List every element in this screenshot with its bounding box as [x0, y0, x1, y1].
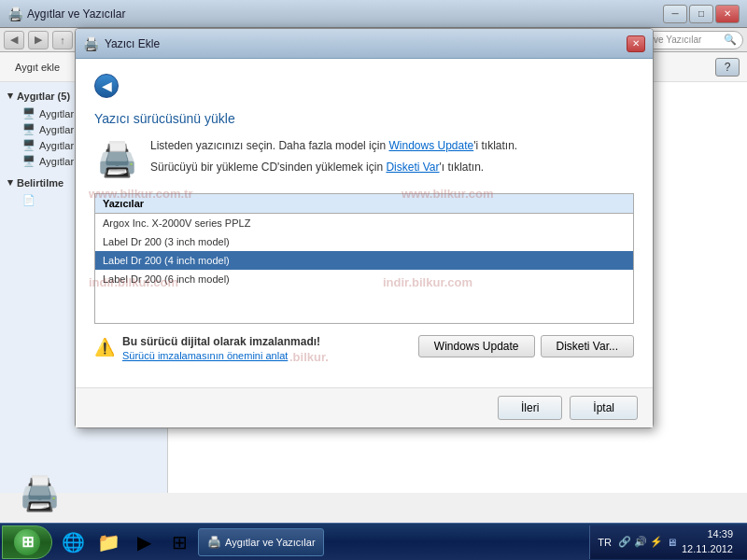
- language-indicator[interactable]: TR: [594, 537, 615, 548]
- window-controls: ─ □ ✕: [663, 5, 740, 23]
- search-icon[interactable]: 🔍: [724, 34, 737, 46]
- switch-icon: ⊞: [172, 531, 188, 553]
- start-button[interactable]: ⊞: [2, 525, 52, 559]
- disketi-var-link[interactable]: Disketi Var: [386, 161, 439, 174]
- printer-list-container: Yazıcılar Argox Inc. X-2000V series PPLZ…: [94, 193, 634, 324]
- maximize-button[interactable]: □: [689, 5, 713, 23]
- taskbar-active-window[interactable]: 🖨️ Aygıtlar ve Yazıcılar: [198, 528, 324, 556]
- vm-tray-icon[interactable]: 🖥: [666, 536, 679, 549]
- taskbar: ⊞ 🌐 📁 ▶ ⊞ 🖨️ Aygıtlar ve Yazıcılar: [0, 523, 747, 560]
- windows-logo: ⊞: [21, 533, 34, 551]
- window-title: Aygıtlar ve Yazıcılar: [27, 7, 125, 21]
- printer-large-icon: 🖨️: [94, 137, 139, 182]
- system-tray: TR 🔗 🔊 ⚡ 🖥 14:39 12.11.2012: [589, 525, 747, 559]
- warning-title: Bu sürücü dijital olarak imzalanmadı!: [122, 335, 407, 348]
- ileri-button[interactable]: İleri: [498, 396, 562, 420]
- minimize-button[interactable]: ─: [663, 5, 687, 23]
- taskbar-ie-icon[interactable]: 🌐: [56, 525, 90, 559]
- printer-list-item-3[interactable]: Label Dr 200 (4 inch model): [95, 251, 633, 270]
- taskbar-switch-icon[interactable]: ⊞: [162, 525, 196, 559]
- back-button[interactable]: ◀: [4, 31, 24, 49]
- printer-list-column: Yazıcılar: [103, 198, 144, 209]
- dialog-title-text: Yazıcı Ekle: [105, 37, 621, 50]
- printer-list-body[interactable]: Argox Inc. X-2000V series PPLZ Label Dr …: [95, 214, 633, 318]
- chevron-down-icon: ▾: [7, 90, 13, 102]
- main-titlebar: 🖨️ Aygıtlar ve Yazıcılar ─ □ ✕: [0, 0, 747, 28]
- taskbar-explorer-icon[interactable]: 📁: [92, 525, 125, 559]
- printer-list-header: Yazıcılar: [95, 194, 633, 214]
- dialog-content: ◀ Yazıcı sürücüsünü yükle 🖨️ Listeden ya…: [76, 59, 653, 387]
- clock-time: 14:39: [682, 527, 733, 541]
- windows-update-link[interactable]: Windows Update: [388, 139, 473, 152]
- desc-line2: Sürücüyü bir yükleme CD'sinden yüklemek …: [150, 159, 517, 176]
- dialog-description: 🖨️ Listeden yazıcınızı seçin. Daha fazla…: [94, 137, 634, 182]
- dialog-close-button[interactable]: ✕: [627, 35, 645, 52]
- windows-update-button[interactable]: Windows Update: [418, 335, 535, 357]
- ie-icon: 🌐: [62, 531, 85, 553]
- power-tray-icon[interactable]: ⚡: [650, 536, 663, 549]
- description-text: Listeden yazıcınızı seçin. Daha fazla mo…: [150, 137, 517, 176]
- taskbar-items: 🌐 📁 ▶ ⊞ 🖨️ Aygıtlar ve Yazıcılar: [52, 525, 589, 559]
- taskbar-window-icon: 🖨️: [206, 535, 221, 550]
- warning-buttons: Windows Update Disketi Var...: [418, 335, 634, 357]
- folder-icon: 📁: [97, 531, 120, 553]
- taskbar-media-icon[interactable]: ▶: [127, 525, 161, 559]
- dialog-titlebar: 🖨️ Yazıcı Ekle ✕: [76, 29, 653, 59]
- dialog-section-title: Yazıcı sürücüsünü yükle: [94, 111, 634, 126]
- disketi-var-button[interactable]: Disketi Var...: [541, 335, 634, 357]
- dialog-title-icon: 🖨️: [83, 36, 99, 51]
- chevron-down-icon2: ▾: [7, 176, 13, 189]
- start-orb: ⊞: [14, 529, 40, 555]
- desktop-printer-icon[interactable]: 🖨️: [19, 474, 61, 513]
- dialog-footer: İleri İptal: [76, 387, 653, 427]
- iptal-button[interactable]: İptal: [570, 396, 638, 420]
- warning-icon: ⚠️: [94, 337, 115, 357]
- help-button[interactable]: ?: [715, 58, 740, 77]
- close-button[interactable]: ✕: [715, 5, 740, 23]
- window-icon: 🖨️: [7, 7, 23, 21]
- desc-line1: Listeden yazıcınızı seçin. Daha fazla mo…: [150, 137, 517, 155]
- printer-list-item-1[interactable]: Argox Inc. X-2000V series PPLZ: [95, 214, 633, 232]
- add-device-button[interactable]: Aygıt ekle: [7, 59, 67, 76]
- device-icon: 🖥️: [22, 107, 35, 119]
- add-printer-dialog: 🖨️ Yazıcı Ekle ✕ ◀ Yazıcı sürücüsünü yük…: [75, 28, 654, 428]
- printer-list-item-2[interactable]: Label Dr 200 (3 inch model): [95, 232, 633, 251]
- warning-and-buttons: ⚠️ Bu sürücü dijital olarak imzalanmadı!…: [94, 335, 634, 372]
- device-icon: 🖥️: [22, 139, 35, 151]
- device-icon: 🖥️: [22, 155, 35, 167]
- media-icon: ▶: [137, 531, 151, 553]
- network-tray-icon[interactable]: 🔗: [618, 536, 631, 549]
- warning-text: Bu sürücü dijital olarak imzalanmadı! Sü…: [122, 335, 407, 361]
- taskbar-window-label: Aygıtlar ve Yazıcılar: [225, 537, 316, 548]
- show-desktop-button[interactable]: [736, 525, 743, 559]
- driver-signature-link[interactable]: Sürücü imzalamasının önemini anlat: [122, 350, 407, 361]
- dialog-back-button[interactable]: ◀: [94, 74, 119, 98]
- device-icon: 🖥️: [22, 123, 35, 135]
- forward-button[interactable]: ▶: [28, 31, 49, 49]
- printer-list-item-4[interactable]: Label Dr 200 (6 inch model): [95, 270, 633, 288]
- unspecified-icon: 📄: [22, 194, 35, 206]
- clock-date: 12.11.2012: [682, 542, 733, 556]
- up-button[interactable]: ↑: [52, 31, 73, 49]
- desktop: 🖨️ Aygıtlar ve Yazıcılar ─ □ ✕ ◀ ▶ ↑ Den…: [0, 0, 747, 560]
- warning-section: ⚠️ Bu sürücü dijital olarak imzalanmadı!…: [94, 335, 407, 361]
- sound-tray-icon[interactable]: 🔊: [634, 536, 647, 549]
- clock[interactable]: 14:39 12.11.2012: [682, 527, 733, 556]
- desktop-printer-img: 🖨️: [19, 474, 61, 513]
